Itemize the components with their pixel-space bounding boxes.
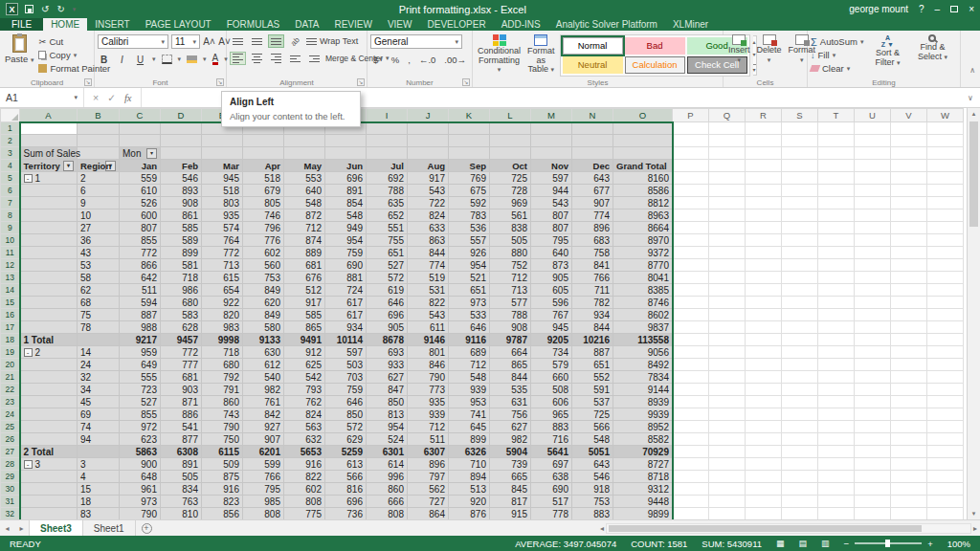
cell-F31[interactable]: 985 <box>243 496 284 508</box>
row-header-27[interactable]: 27 <box>1 446 20 458</box>
cell-E10[interactable]: 764 <box>202 234 243 247</box>
collapse-ribbon-icon[interactable]: ∧ <box>969 66 975 75</box>
cell-P11[interactable] <box>673 247 709 259</box>
close-icon[interactable]: × <box>969 4 974 14</box>
row-header-23[interactable]: 23 <box>1 396 20 408</box>
cell-Q30[interactable] <box>709 483 746 496</box>
cell-F27[interactable]: 6201 <box>243 446 284 458</box>
cell-W12[interactable] <box>927 259 964 272</box>
row-header-8[interactable]: 8 <box>1 209 20 222</box>
cell-S8[interactable] <box>782 209 818 222</box>
cell-R26[interactable] <box>746 433 782 446</box>
cell-F15[interactable]: 620 <box>243 297 284 309</box>
cell-I32[interactable]: 808 <box>367 508 408 520</box>
cell-K1[interactable] <box>449 122 490 135</box>
cell-U31[interactable] <box>855 496 891 508</box>
italic-button[interactable]: I <box>116 53 128 66</box>
cell-F8[interactable]: 746 <box>243 209 284 222</box>
cell-H6[interactable]: 891 <box>325 185 367 197</box>
cell-P26[interactable] <box>673 433 709 446</box>
cell-H10[interactable]: 954 <box>325 234 367 247</box>
cell-H24[interactable]: 850 <box>325 408 367 421</box>
cell-B27[interactable] <box>78 446 120 458</box>
cell-N26[interactable]: 548 <box>572 433 613 446</box>
cell-C14[interactable]: 511 <box>120 284 161 297</box>
cell-T18[interactable] <box>818 334 855 346</box>
cell-I18[interactable]: 8678 <box>367 334 408 346</box>
cell-A17[interactable] <box>20 321 78 334</box>
cell-T32[interactable] <box>818 508 855 520</box>
cell-A3[interactable]: Sum of Sales <box>20 147 78 160</box>
cell-U26[interactable] <box>855 433 891 446</box>
cell-N3[interactable] <box>572 147 613 160</box>
name-box[interactable]: A1▾ <box>0 88 84 107</box>
cell-B11[interactable]: 43 <box>78 247 120 259</box>
cell-O25[interactable]: 8952 <box>613 421 673 433</box>
cell-S10[interactable] <box>782 234 818 247</box>
cell-B29[interactable]: 4 <box>78 471 120 483</box>
column-header-R[interactable]: R <box>746 109 782 122</box>
cell-C5[interactable]: 559 <box>120 172 161 185</box>
cell-K8[interactable]: 783 <box>449 209 490 222</box>
cell-L18[interactable]: 9787 <box>490 334 531 346</box>
cell-O30[interactable]: 9312 <box>613 483 673 496</box>
underline-dropdown-icon[interactable]: ▾ <box>152 55 156 63</box>
cell-N19[interactable]: 887 <box>572 346 613 359</box>
row-header-30[interactable]: 30 <box>1 483 20 496</box>
tab-view[interactable]: VIEW <box>380 18 420 31</box>
cell-Q8[interactable] <box>709 209 746 222</box>
cell-O31[interactable]: 9448 <box>613 496 673 508</box>
cell-Q28[interactable] <box>709 458 746 471</box>
cell-W2[interactable] <box>927 135 964 147</box>
cell-F6[interactable]: 679 <box>243 185 284 197</box>
cell-J17[interactable]: 611 <box>408 321 449 334</box>
cell-D24[interactable]: 886 <box>161 408 202 421</box>
cell-S14[interactable] <box>782 284 818 297</box>
cell-M25[interactable]: 883 <box>531 421 572 433</box>
cell-R14[interactable] <box>746 284 782 297</box>
cell-B14[interactable]: 62 <box>78 284 120 297</box>
cell-S6[interactable] <box>782 185 818 197</box>
cell-L29[interactable]: 665 <box>490 471 531 483</box>
row-header-28[interactable]: 28 <box>1 458 20 471</box>
cell-T22[interactable] <box>818 384 855 396</box>
cell-I25[interactable]: 954 <box>367 421 408 433</box>
cell-M21[interactable]: 660 <box>531 371 572 384</box>
row-header-16[interactable]: 16 <box>1 309 20 321</box>
tab-formulas[interactable]: FORMULAS <box>219 18 288 31</box>
cell-V2[interactable] <box>891 135 927 147</box>
qat-dropdown-icon[interactable]: ▾ <box>73 6 77 13</box>
cell-J24[interactable]: 939 <box>408 408 449 421</box>
cell-K15[interactable]: 973 <box>449 297 490 309</box>
cell-D29[interactable]: 505 <box>161 471 202 483</box>
cell-G3[interactable] <box>284 147 325 160</box>
cell-I15[interactable]: 646 <box>367 297 408 309</box>
borders-dropdown-icon[interactable]: ▾ <box>178 55 182 63</box>
cell-V6[interactable] <box>891 185 927 197</box>
tab-insert[interactable]: INSERT <box>87 18 138 31</box>
column-header-S[interactable]: S <box>782 109 818 122</box>
cell-I24[interactable]: 813 <box>367 408 408 421</box>
alignment-dialog-launcher[interactable]: ↘ <box>357 78 365 86</box>
row-header-13[interactable]: 13 <box>1 272 20 284</box>
cell-T10[interactable] <box>818 234 855 247</box>
cell-T21[interactable] <box>818 371 855 384</box>
cell-C1[interactable] <box>120 122 161 135</box>
normal-view-icon[interactable]: ▦ <box>776 539 785 548</box>
cell-J18[interactable]: 9146 <box>408 334 449 346</box>
cell-U2[interactable] <box>855 135 891 147</box>
cell-B3[interactable] <box>78 147 120 160</box>
insert-function-icon[interactable]: fx <box>124 93 132 103</box>
cancel-icon[interactable]: × <box>93 92 99 103</box>
cell-A12[interactable] <box>20 259 78 272</box>
cell-B28[interactable]: 3 <box>78 458 120 471</box>
cell-D19[interactable]: 772 <box>161 346 202 359</box>
cell-G29[interactable]: 822 <box>284 471 325 483</box>
cell-J9[interactable]: 633 <box>408 222 449 234</box>
cell-C12[interactable]: 866 <box>120 259 161 272</box>
cell-I17[interactable]: 905 <box>367 321 408 334</box>
cell-J12[interactable]: 774 <box>408 259 449 272</box>
column-header-D[interactable]: D <box>161 109 202 122</box>
cell-B31[interactable]: 18 <box>78 496 120 508</box>
cell-M26[interactable]: 716 <box>531 433 572 446</box>
